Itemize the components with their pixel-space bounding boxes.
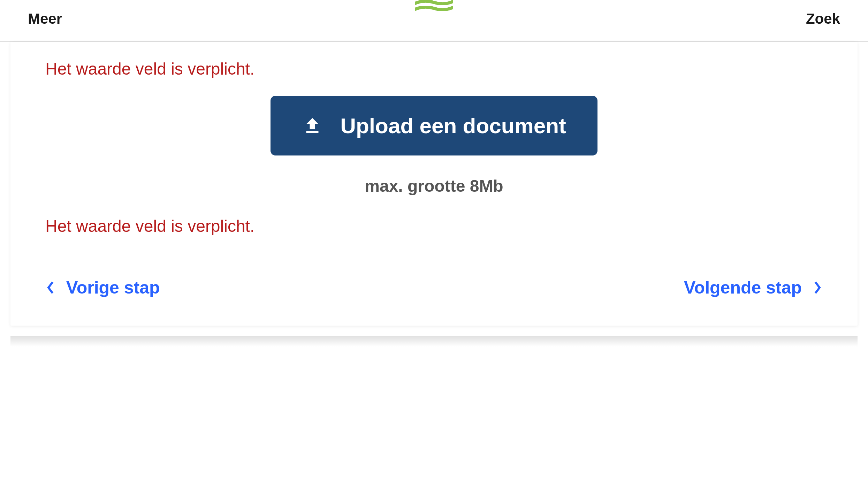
validation-error-bottom: Het waarde veld is verplicht. xyxy=(45,216,823,236)
card-shadow xyxy=(10,336,858,347)
next-step-label: Volgende stap xyxy=(684,277,802,298)
previous-step-link[interactable]: Vorige stap xyxy=(45,277,160,298)
header: Meer Zoek xyxy=(0,0,868,42)
upload-button-label: Upload een document xyxy=(340,113,566,138)
upload-document-button[interactable]: Upload een document xyxy=(271,96,597,155)
upload-section: Upload een document max. grootte 8Mb xyxy=(45,96,823,196)
chevron-left-icon xyxy=(45,281,56,295)
chevron-right-icon xyxy=(812,281,823,295)
next-step-link[interactable]: Volgende stap xyxy=(684,277,823,298)
logo-waves-icon xyxy=(415,0,453,11)
file-size-hint: max. grootte 8Mb xyxy=(365,176,503,196)
search-button[interactable]: Zoek xyxy=(806,10,840,27)
form-card: Het waarde veld is verplicht. Upload een… xyxy=(10,42,858,326)
logo[interactable] xyxy=(415,0,453,11)
validation-error-top: Het waarde veld is verplicht. xyxy=(45,59,823,78)
step-navigation: Vorige stap Volgende stap xyxy=(45,277,823,298)
menu-button[interactable]: Meer xyxy=(28,10,62,27)
previous-step-label: Vorige stap xyxy=(66,277,160,298)
upload-icon xyxy=(302,115,323,136)
